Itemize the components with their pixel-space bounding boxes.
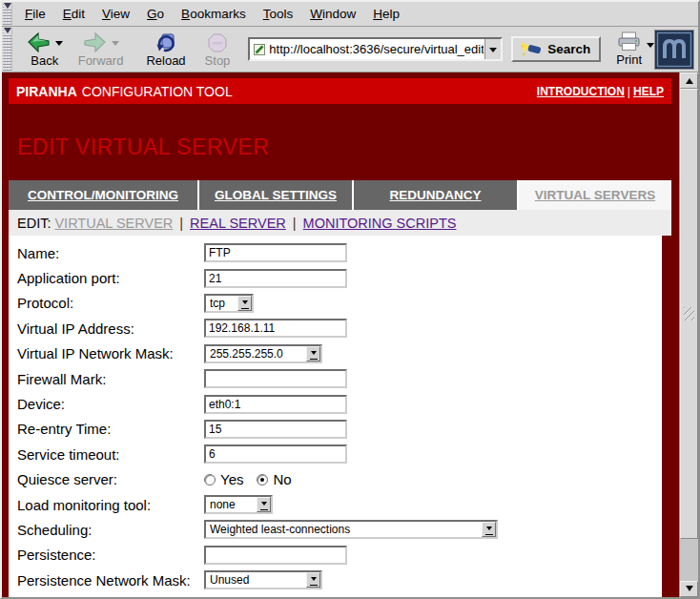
quiesce-no-radio[interactable]: [257, 474, 268, 485]
form-row: Load monitoring tool: none: [17, 492, 662, 517]
form-row: Name:: [17, 240, 662, 265]
virtual-ip-label: Virtual IP Address:: [17, 320, 204, 337]
subnav-prefix: EDIT:: [17, 216, 51, 231]
protocol-label: Protocol:: [17, 295, 204, 311]
subnav-bar: EDIT: VIRTUAL SERVER | REAL SERVER | MON…: [9, 210, 671, 236]
device-label: Device:: [17, 396, 204, 412]
mozilla-logo[interactable]: [654, 30, 694, 70]
stop-button: Stop: [200, 29, 236, 71]
forward-button: Forward: [73, 29, 129, 71]
introduction-link[interactable]: INTRODUCTION: [537, 85, 625, 98]
subnav-monitoring-scripts-link[interactable]: MONITORING SCRIPTS: [303, 216, 457, 231]
search-button[interactable]: Search: [511, 36, 601, 62]
scheduling-select[interactable]: Weighted least-connections: [204, 520, 498, 539]
mozilla-m-icon: [655, 31, 693, 69]
application-port-label: Application port:: [17, 270, 204, 286]
reentry-time-input[interactable]: [204, 420, 347, 439]
menu-view[interactable]: View: [93, 3, 138, 25]
scroll-up-button[interactable]: [680, 72, 698, 89]
reload-icon: [155, 32, 176, 53]
name-label: Name:: [17, 245, 204, 261]
firewall-mark-input[interactable]: [204, 369, 347, 388]
subnav-real-server-link[interactable]: REAL SERVER: [190, 216, 286, 231]
virtual-ip-mask-select[interactable]: 255.255.255.0: [204, 344, 322, 363]
form-row: Firewall Mark:: [17, 366, 662, 391]
service-timeout-input[interactable]: [204, 444, 347, 464]
firewall-mark-label: Firewall Mark:: [17, 371, 204, 387]
menu-help[interactable]: Help: [364, 3, 408, 25]
persistence-input[interactable]: [204, 546, 347, 565]
quiesce-server-label: Quiesce server:: [17, 471, 204, 487]
url-bar: [248, 37, 503, 61]
page-header-bar: PIRANHACONFIGURATION TOOL INTRODUCTION|H…: [9, 78, 671, 104]
back-button[interactable]: Back: [22, 29, 68, 71]
tab-redundancy[interactable]: REDUNDANCY: [354, 180, 517, 210]
virtual-ip-input[interactable]: [204, 319, 347, 338]
chevron-down-icon: [306, 346, 320, 361]
form-row: Virtual IP Network Mask: 255.255.255.0: [17, 341, 662, 366]
device-input[interactable]: [204, 395, 347, 414]
page-title: EDIT VIRTUAL SERVER: [17, 134, 671, 160]
chevron-down-icon: [257, 497, 271, 512]
page-brand: PIRANHACONFIGURATION TOOL: [16, 84, 233, 99]
form-row: Quiesce server: Yes No: [17, 467, 662, 492]
url-history-dropdown[interactable]: [484, 39, 501, 59]
scheduling-label: Scheduling:: [17, 522, 204, 538]
menubar-grippy[interactable]: [3, 3, 12, 25]
reload-button[interactable]: Reload: [141, 29, 190, 71]
navigation-toolbar: Back Forward Reload: [2, 27, 698, 72]
application-port-input[interactable]: [204, 269, 347, 288]
toolbar-grippy[interactable]: [3, 28, 12, 71]
arrow-up-icon: [686, 74, 693, 84]
print-dropdown-caret[interactable]: [647, 43, 654, 52]
scrollbar-track[interactable]: [680, 539, 698, 581]
form-row: Re-entry Time:: [17, 417, 662, 442]
stop-icon: [208, 33, 227, 52]
tab-global-settings[interactable]: GLOBAL SETTINGS: [199, 180, 352, 210]
menu-tools[interactable]: Tools: [255, 3, 302, 25]
menu-go[interactable]: Go: [138, 3, 173, 25]
tab-virtual-servers[interactable]: VIRTUAL SERVERS: [519, 180, 671, 210]
quiesce-radio-group: Yes No: [204, 471, 305, 487]
piranha-page: PIRANHACONFIGURATION TOOL INTRODUCTION|H…: [2, 72, 679, 597]
subnav-virtual-server-current: VIRTUAL SERVER: [54, 216, 173, 231]
form-row: Virtual IP Address:: [17, 316, 662, 341]
persistence-mask-select[interactable]: Unused: [204, 570, 322, 589]
chevron-down-icon: [306, 572, 320, 588]
virtual-ip-mask-label: Virtual IP Network Mask:: [17, 345, 204, 361]
arrow-down-icon: [686, 586, 693, 595]
bookmark-page-icon[interactable]: [250, 43, 268, 56]
menu-edit[interactable]: Edit: [54, 3, 93, 25]
scrollbar-thumb[interactable]: [680, 89, 698, 539]
form-row: Persistence:: [17, 543, 662, 568]
load-monitoring-label: Load monitoring tool:: [17, 497, 204, 513]
name-input[interactable]: [204, 243, 347, 262]
title-section: EDIT VIRTUAL SERVER: [9, 104, 671, 180]
persistence-label: Persistence:: [17, 547, 204, 563]
virtual-server-form: Name: Application port: Protocol: tcp: [9, 236, 662, 597]
help-link[interactable]: HELP: [633, 85, 664, 98]
forward-dropdown-caret: [112, 41, 119, 50]
print-button[interactable]: Print: [616, 31, 654, 67]
back-dropdown-caret[interactable]: [55, 41, 63, 50]
chevron-down-icon: [489, 48, 497, 56]
browser-content: PIRANHACONFIGURATION TOOL INTRODUCTION|H…: [2, 72, 698, 597]
menu-file[interactable]: File: [16, 3, 54, 25]
reentry-time-label: Re-entry Time:: [17, 421, 204, 437]
protocol-select[interactable]: tcp: [204, 294, 254, 313]
load-monitoring-select[interactable]: none: [204, 495, 273, 514]
menu-window[interactable]: Window: [301, 3, 364, 25]
quiesce-yes-radio[interactable]: [204, 474, 216, 485]
menu-bookmarks[interactable]: Bookmarks: [173, 3, 255, 25]
scroll-down-button[interactable]: [680, 581, 698, 597]
url-input[interactable]: [268, 42, 484, 56]
header-links: INTRODUCTION|HELP: [537, 85, 664, 98]
quiesce-no-label: No: [273, 471, 291, 487]
quiesce-yes-label: Yes: [220, 471, 243, 487]
tab-control-monitoring[interactable]: CONTROL/MONITORING: [9, 180, 197, 210]
chevron-down-icon: [482, 522, 496, 537]
vertical-scrollbar: [679, 72, 698, 597]
form-row: Scheduling: Weighted least-connections: [17, 517, 662, 542]
chevron-down-icon: [237, 296, 252, 311]
form-row: Service timeout:: [17, 442, 662, 466]
